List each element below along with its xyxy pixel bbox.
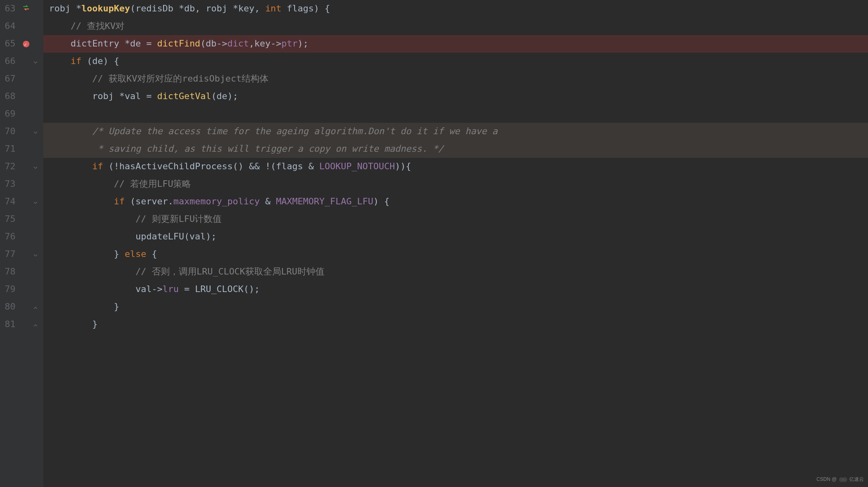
code-line[interactable]: * saving child, as this will trigger a c…: [43, 140, 868, 158]
code-token: dictGetVal: [157, 88, 211, 105]
code-token: MAXMEMORY_FLAG_LFU: [276, 193, 373, 210]
code-line[interactable]: // 若使用LFU策略: [49, 175, 868, 193]
watermark: CSDN @ 亿速云: [817, 475, 864, 485]
fold-open-icon[interactable]: [33, 59, 38, 64]
fold-open-icon[interactable]: [33, 252, 38, 257]
code-token: if: [114, 193, 130, 210]
breakpoint-icon[interactable]: [23, 41, 29, 47]
code-line[interactable]: if (de) {: [49, 53, 868, 70]
watermark-text: CSDN @: [817, 476, 837, 482]
code-token: (de);: [211, 88, 238, 105]
code-line[interactable]: // 则更新LFU计数值: [49, 210, 868, 228]
line-number: 78: [0, 263, 16, 281]
line-numbers: 63646566676869707172737475767778798081: [0, 0, 20, 487]
code-line[interactable]: if (server.maxmemory_policy & MAXMEMORY_…: [49, 193, 868, 210]
code-line[interactable]: /* Update the access time for the ageing…: [43, 123, 868, 140]
code-line[interactable]: dictEntry *de = dictFind(db->dict,key->p…: [43, 35, 868, 53]
line-number: 67: [0, 70, 16, 88]
code-token: else: [124, 246, 151, 263]
code-line[interactable]: // 否则，调用LRU_CLOCK获取全局LRU时钟值: [49, 263, 868, 281]
code-token: lru: [162, 281, 179, 298]
code-token: (de) {: [87, 53, 119, 70]
code-token: *: [76, 0, 81, 18]
line-number: 69: [0, 105, 16, 123]
fold-open-icon[interactable]: [33, 164, 38, 169]
code-line[interactable]: // 查找KV对: [49, 18, 868, 35]
code-token: LOOKUP_NOTOUCH: [319, 158, 395, 175]
code-editor[interactable]: 63646566676869707172737475767778798081 r…: [0, 0, 868, 487]
fold-gutter: [32, 0, 40, 487]
code-token: maxmemory_policy: [173, 193, 260, 210]
line-number: 65: [0, 35, 16, 53]
code-token: /* Update the access time for the ageing…: [92, 123, 497, 140]
code-line[interactable]: // 获取KV对所对应的redisObject结构体: [49, 70, 868, 88]
code-token: );: [297, 35, 309, 53]
code-token: *key: [233, 0, 254, 18]
svg-point-1: [842, 477, 847, 482]
code-token: &: [260, 193, 276, 210]
fold-open-icon[interactable]: [33, 199, 38, 204]
code-token: ) {: [373, 193, 390, 210]
line-number: 66: [0, 53, 16, 70]
code-token: dictFind: [157, 35, 200, 53]
line-number: 64: [0, 18, 16, 35]
line-number: 68: [0, 88, 16, 105]
fold-close-icon[interactable]: [33, 305, 38, 310]
code-token: int: [265, 0, 287, 18]
fold-open-icon[interactable]: [33, 129, 38, 134]
line-number: 72: [0, 158, 16, 175]
code-token: // 否则，调用LRU_CLOCK获取全局LRU时钟值: [135, 263, 324, 281]
code-token: }: [92, 316, 98, 333]
code-token: {: [152, 246, 157, 263]
code-token: (db->: [200, 35, 227, 53]
line-number: 75: [0, 210, 16, 228]
code-token: robj: [49, 0, 76, 18]
line-number: 73: [0, 175, 16, 193]
gutter-icons: [20, 0, 32, 487]
code-token: dictEntry *de =: [71, 35, 157, 53]
swap-icon: [22, 0, 30, 18]
watermark-brand: 亿速云: [849, 476, 864, 482]
code-token: lookupKey: [81, 0, 130, 18]
code-line[interactable]: robj *val = dictGetVal(de);: [49, 88, 868, 105]
code-token: ,: [254, 0, 265, 18]
watermark-logo-icon: [838, 475, 848, 485]
code-token: }: [114, 298, 119, 316]
code-token: updateLFU(val);: [135, 228, 217, 246]
code-line[interactable]: [49, 105, 868, 123]
code-token: if: [71, 53, 87, 70]
line-number: 70: [0, 123, 16, 140]
code-token: val->: [135, 281, 162, 298]
code-token: flags) {: [287, 0, 330, 18]
code-token: // 若使用LFU策略: [114, 175, 191, 193]
fold-close-icon[interactable]: [33, 322, 38, 327]
code-token: // 获取KV对所对应的redisObject结构体: [92, 70, 269, 88]
code-token: )){: [395, 158, 411, 175]
code-token: robj *val =: [92, 88, 157, 105]
code-token: (server.: [130, 193, 173, 210]
line-number: 63: [0, 0, 16, 18]
code-token: = LRU_CLOCK();: [179, 281, 260, 298]
code-token: *db: [179, 0, 195, 18]
line-number: 76: [0, 228, 16, 246]
code-token: * saving child, as this will trigger a c…: [92, 140, 444, 158]
code-token: (!hasActiveChildProcess() && !(flags &: [109, 158, 320, 175]
code-line[interactable]: }: [49, 298, 868, 316]
line-number: 74: [0, 193, 16, 210]
code-line[interactable]: val->lru = LRU_CLOCK();: [49, 281, 868, 298]
code-area[interactable]: robj *lookupKey(redisDb *db, robj *key, …: [43, 0, 868, 487]
code-token: ptr: [282, 35, 298, 53]
code-line[interactable]: updateLFU(val);: [49, 228, 868, 246]
code-token: ,key->: [249, 35, 281, 53]
code-line[interactable]: }: [49, 316, 868, 333]
code-token: dict: [227, 35, 249, 53]
line-number: 79: [0, 281, 16, 298]
code-line[interactable]: robj *lookupKey(redisDb *db, robj *key, …: [49, 0, 868, 18]
code-line[interactable]: if (!hasActiveChildProcess() && !(flags …: [49, 158, 868, 175]
line-number: 71: [0, 140, 16, 158]
code-line[interactable]: } else {: [49, 246, 868, 263]
code-token: // 查找KV对: [71, 18, 124, 35]
code-token: // 则更新LFU计数值: [135, 210, 222, 228]
line-number: 80: [0, 298, 16, 316]
code-token: (redisDb: [130, 0, 179, 18]
